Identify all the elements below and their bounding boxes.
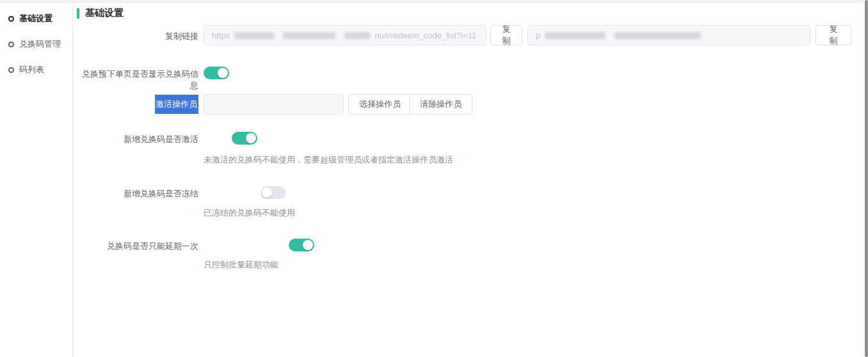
redacted-text-block [615,32,701,39]
toggle-knob [262,187,272,198]
select-operator-button[interactable]: 选择操作员 [348,94,412,115]
section-accent-bar [77,8,79,19]
settings-sidebar: 基础设置 兑换码管理 码列表 [0,3,73,357]
activate-operator-input [204,94,344,115]
radio-circle-icon [8,67,14,73]
sidebar-item-code-list[interactable]: 码列表 [0,63,72,77]
new-code-active-toggle[interactable] [232,132,257,145]
second-copy-input: p [527,25,810,45]
sidebar-item-label: 码列表 [19,64,44,75]
new-code-active-label: 新增兑换码是否激活 [77,134,198,145]
new-code-frozen-hint: 已冻结的兑换码不能使用 [204,207,295,219]
sidebar-item-label: 基础设置 [19,13,52,24]
show-redeem-info-toggle[interactable] [204,67,229,79]
activate-operator-label-cell: 激活操作员 [77,95,198,114]
sidebar-item-label: 兑换码管理 [19,38,61,50]
extend-once-hint: 只控制批量延期功能 [204,259,278,271]
new-code-frozen-toggle[interactable] [261,186,286,199]
sidebar-item-basic-settings[interactable]: 基础设置 [0,12,72,26]
sidebar-item-redeem-code-management[interactable]: 兑换码管理 [0,37,72,51]
second-value-prefix: p [536,31,540,40]
scrollbar-track[interactable] [864,0,868,357]
radio-circle-icon [8,42,14,47]
extend-once-label: 兑换码是否只能延期一次 [77,241,198,252]
copy-link-label: 复制链接 [77,31,198,42]
basic-settings-panel: 基础设置 复制链接 httpsnu#/redeem_code_list?i=11… [77,3,864,357]
new-code-active-hint: 未激活的兑换码不能使用，需要超级管理员或者指定激活操作员激活 [204,154,453,166]
redacted-text-block [283,32,335,39]
activate-operator-label: 激活操作员 [155,95,198,114]
show-redeem-info-label: 兑换预下单页是否显示兑换码信息 [77,68,198,91]
clear-operator-button[interactable]: 清除操作员 [409,94,472,115]
extend-once-toggle[interactable] [289,239,314,251]
link-url-suffix: nu#/redeem_code_list?i=11 [374,31,476,40]
page-title: 基础设置 [85,7,124,19]
new-code-frozen-label: 新增兑换码是否冻结 [77,188,198,200]
redeem-link-input: httpsnu#/redeem_code_list?i=11 [204,25,486,45]
redacted-text-block [545,32,606,39]
toggle-knob [246,133,256,143]
toggle-knob [218,68,228,78]
section-header: 基础设置 [77,7,124,19]
toggle-knob [303,240,313,250]
scrollbar-thumb[interactable] [865,0,868,357]
copy-link-button[interactable]: 复制 [490,25,522,45]
link-url-prefix: https [212,31,230,40]
copy-second-button[interactable]: 复制 [816,25,851,45]
radio-circle-icon [8,16,14,22]
redacted-text-block [344,32,370,39]
redacted-text-block [234,32,274,39]
